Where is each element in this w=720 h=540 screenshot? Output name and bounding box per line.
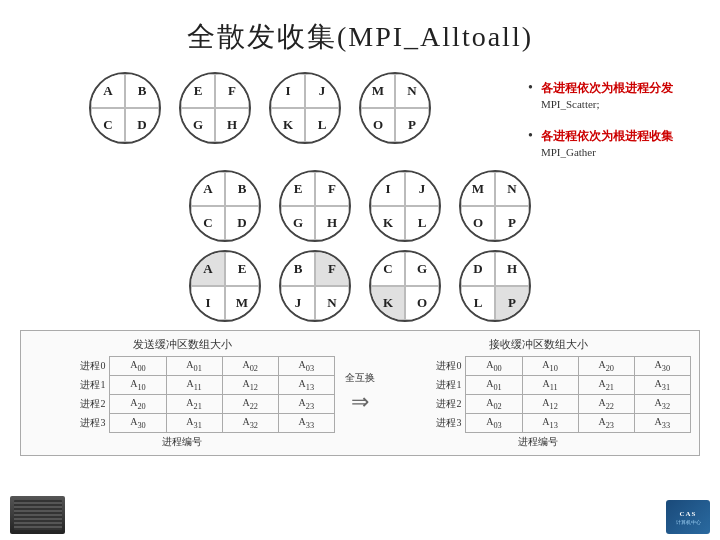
bullet-dot-2: • — [528, 128, 533, 145]
circle-3: I J K L — [269, 72, 341, 144]
bullet-text-1: 各进程依次为根进程分发 MPI_Scatter; — [541, 80, 673, 112]
cell-H: H — [215, 108, 249, 142]
circle-1: A B C D — [89, 72, 161, 144]
circle-2: E F G H — [179, 72, 251, 144]
table-row: 进程1 A10 A11 A12 A13 — [29, 376, 335, 395]
cell-A: A — [91, 74, 125, 108]
page-title: 全散发收集(MPI_Alltoall) — [0, 0, 720, 66]
bullet-2: • 各进程依次为根进程收集 MPI_Gather — [528, 128, 710, 160]
table-row: 进程2 A20 A21 A22 A23 — [29, 395, 335, 414]
cell-O: O — [361, 108, 395, 142]
cell-B: B — [125, 74, 159, 108]
bottom-circle-pair-4: M N O P D H L P — [459, 170, 531, 322]
cell-P: P — [395, 108, 429, 142]
diag-right: 接收缓冲区数组大小 进程0 A00 A10 A20 A30 进程1 A01 A1… — [385, 337, 691, 449]
bullet-1: • 各进程依次为根进程分发 MPI_Scatter; — [528, 80, 710, 112]
top-circles-row: A B C D E F G H I J K L — [10, 72, 510, 144]
table-row: 进程3 A03 A13 A23 A33 — [385, 414, 691, 433]
right-table: 进程0 A00 A10 A20 A30 进程1 A01 A11 A21 A31 … — [385, 356, 691, 433]
bullet-dot-1: • — [528, 80, 533, 97]
bottom-circle-pair-3: I J K L C G K O — [369, 170, 441, 322]
cell-L: L — [305, 108, 339, 142]
table-row: 进程3 A30 A31 A32 A33 — [29, 414, 335, 433]
table-row: 进程2 A02 A12 A22 A32 — [385, 395, 691, 414]
right-x-label: 进程编号 — [385, 435, 691, 449]
cell-K: K — [271, 108, 305, 142]
cell-J: J — [305, 74, 339, 108]
cell-E: E — [181, 74, 215, 108]
bottom-circle-pair-2: E F G H B F J N — [279, 170, 351, 322]
cell-D: D — [125, 108, 159, 142]
server-image — [10, 496, 65, 534]
table-row: 进程0 A00 A01 A02 A03 — [29, 357, 335, 376]
left-table: 进程0 A00 A01 A02 A03 进程1 A10 A11 A12 A13 … — [29, 356, 335, 433]
cell-G: G — [181, 108, 215, 142]
table-row: 进程0 A00 A10 A20 A30 — [385, 357, 691, 376]
cell-I: I — [271, 74, 305, 108]
cell-F: F — [215, 74, 249, 108]
cell-C: C — [91, 108, 125, 142]
left-x-label: 进程编号 — [29, 435, 335, 449]
diag-middle: 全互换 ⇒ — [335, 337, 385, 449]
diagram-section: 发送缓冲区数组大小 进程0 A00 A01 A02 A03 进程1 A10 A1… — [20, 330, 700, 456]
logo: CAS 计算机中心 — [666, 500, 710, 534]
bullet-text-2: 各进程依次为根进程收集 MPI_Gather — [541, 128, 673, 160]
circle-4: M N O P — [359, 72, 431, 144]
cell-N: N — [395, 74, 429, 108]
bottom-circle-pair-1: A B C D A E I M — [189, 170, 261, 322]
cell-M: M — [361, 74, 395, 108]
bullet-section: • 各进程依次为根进程分发 MPI_Scatter; • 各进程依次为根进程收集… — [510, 72, 710, 160]
table-row: 进程1 A01 A11 A21 A31 — [385, 376, 691, 395]
diag-left: 发送缓冲区数组大小 进程0 A00 A01 A02 A03 进程1 A10 A1… — [29, 337, 335, 449]
